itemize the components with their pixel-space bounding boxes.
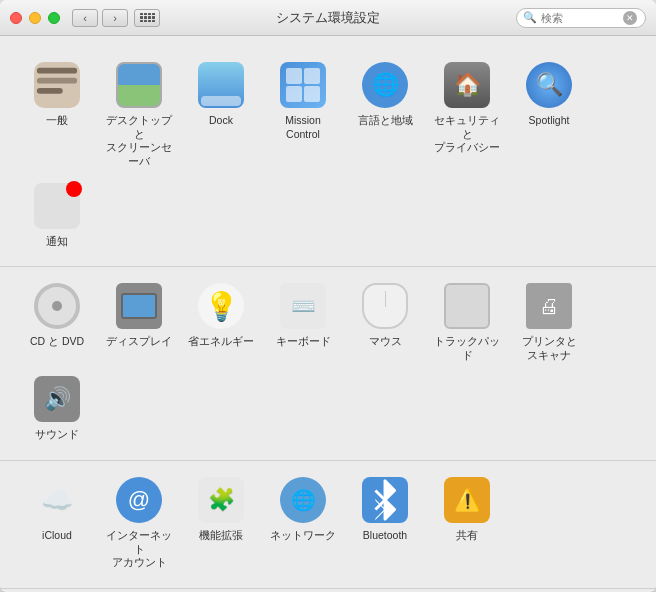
dock-bar — [201, 96, 241, 106]
mouse-line — [385, 291, 386, 307]
cd-icon — [34, 283, 80, 329]
general-label: 一般 — [46, 114, 68, 128]
security-icon-wrap: 🏠 — [442, 60, 492, 110]
pref-trackpad[interactable]: トラックパッド — [426, 275, 508, 368]
printer-icon: 🖨 — [526, 283, 572, 329]
pref-desktop[interactable]: デスクトップとスクリーンセーバ — [98, 54, 180, 175]
general-icon — [34, 62, 80, 108]
network-label: ネットワーク — [270, 529, 336, 543]
extensions-label: 機能拡張 — [199, 529, 243, 543]
display-icon — [116, 283, 162, 329]
sound-icon-wrap: 🔊 — [32, 374, 82, 424]
pref-sound[interactable]: 🔊 サウンド — [16, 368, 98, 448]
extensions-icon-wrap: 🧩 — [196, 475, 246, 525]
dock-icon — [198, 62, 244, 108]
section-personal: 一般 デスクトップとスクリーンセーバ Dock — [0, 46, 656, 267]
pref-mission[interactable]: MissionControl — [262, 54, 344, 175]
pref-dock[interactable]: Dock — [180, 54, 262, 175]
desktop-icon — [116, 62, 162, 108]
section-internet: ☁️ iCloud @ インターネットアカウント 🧩 機能拡張 — [0, 461, 656, 589]
pref-notify[interactable]: 通知 — [16, 175, 98, 255]
sharing-icon: ⚠️ — [444, 477, 490, 523]
maximize-button[interactable] — [48, 12, 60, 24]
pref-keyboard[interactable]: ⌨️ キーボード — [262, 275, 344, 368]
close-button[interactable] — [10, 12, 22, 24]
window-title: システム環境設定 — [276, 9, 380, 27]
internet-items-row: ☁️ iCloud @ インターネットアカウント 🧩 機能拡張 — [16, 469, 640, 576]
icloud-label: iCloud — [42, 529, 72, 543]
back-button[interactable]: ‹ — [72, 9, 98, 27]
display-icon-wrap — [114, 281, 164, 331]
mission-icon — [280, 62, 326, 108]
desktop-label: デスクトップとスクリーンセーバ — [102, 114, 176, 169]
search-clear-button[interactable]: ✕ — [623, 11, 637, 25]
search-input[interactable] — [541, 12, 621, 24]
titlebar: ‹ › システム環境設定 🔍 ✕ — [0, 0, 656, 36]
trackpad-label: トラックパッド — [430, 335, 504, 362]
pref-spotlight[interactable]: 🔍 Spotlight — [508, 54, 590, 175]
notify-icon-wrap — [32, 181, 82, 231]
pref-printer[interactable]: 🖨 プリンタとスキャナ — [508, 275, 590, 368]
pref-internet[interactable]: @ インターネットアカウント — [98, 469, 180, 576]
svg-rect-1 — [37, 78, 77, 84]
general-icon-wrap — [32, 60, 82, 110]
grid-view-button[interactable] — [134, 9, 160, 27]
icloud-icon: ☁️ — [34, 477, 80, 523]
forward-button[interactable]: › — [102, 9, 128, 27]
icloud-icon-wrap: ☁️ — [32, 475, 82, 525]
pref-network[interactable]: 🌐 ネットワーク — [262, 469, 344, 576]
security-icon: 🏠 — [444, 62, 490, 108]
personal-items-row: 一般 デスクトップとスクリーンセーバ Dock — [16, 54, 640, 254]
nav-buttons: ‹ › — [72, 9, 128, 27]
energy-label: 省エネルギー — [188, 335, 254, 349]
energy-icon-wrap: 💡 — [196, 281, 246, 331]
pref-icloud[interactable]: ☁️ iCloud — [16, 469, 98, 576]
pref-language[interactable]: 🌐 言語と地域 — [344, 54, 426, 175]
internet-icon-wrap: @ — [114, 475, 164, 525]
traffic-lights — [10, 12, 60, 24]
internet-label: インターネットアカウント — [102, 529, 176, 570]
mission-icon-wrap — [278, 60, 328, 110]
search-box[interactable]: 🔍 ✕ — [516, 8, 646, 28]
trackpad-icon — [444, 283, 490, 329]
bluetooth-icon — [362, 477, 408, 523]
dock-label: Dock — [209, 114, 233, 128]
printer-icon-wrap: 🖨 — [524, 281, 574, 331]
language-icon-wrap: 🌐 — [360, 60, 410, 110]
pref-energy[interactable]: 💡 省エネルギー — [180, 275, 262, 368]
dock-icon-wrap — [196, 60, 246, 110]
energy-icon: 💡 — [198, 283, 244, 329]
mouse-label: マウス — [369, 335, 402, 349]
pref-sharing[interactable]: ⚠️ 共有 — [426, 469, 508, 576]
pref-bluetooth[interactable]: Bluetooth — [344, 469, 426, 576]
sharing-label: 共有 — [456, 529, 478, 543]
bluetooth-label: Bluetooth — [363, 529, 407, 543]
system-preferences-window: ‹ › システム環境設定 🔍 ✕ — [0, 0, 656, 592]
pref-mouse[interactable]: マウス — [344, 275, 426, 368]
extensions-icon: 🧩 — [198, 477, 244, 523]
cd-label: CD と DVD — [30, 335, 84, 349]
spotlight-icon: 🔍 — [526, 62, 572, 108]
desktop-icon-wrap — [114, 60, 164, 110]
cd-icon-wrap — [32, 281, 82, 331]
notify-icon — [34, 183, 80, 229]
pref-cddvd[interactable]: CD と DVD — [16, 275, 98, 368]
spotlight-icon-wrap: 🔍 — [524, 60, 574, 110]
pref-general[interactable]: 一般 — [16, 54, 98, 175]
keyboard-label: キーボード — [276, 335, 331, 349]
pref-security[interactable]: 🏠 セキュリティとプライバシー — [426, 54, 508, 175]
pref-display[interactable]: ディスプレイ — [98, 275, 180, 368]
pref-extensions[interactable]: 🧩 機能拡張 — [180, 469, 262, 576]
internet-icon: @ — [116, 477, 162, 523]
svg-rect-2 — [37, 88, 63, 94]
mouse-icon-wrap — [360, 281, 410, 331]
bluetooth-icon-wrap — [360, 475, 410, 525]
security-label: セキュリティとプライバシー — [430, 114, 504, 155]
language-icon: 🌐 — [362, 62, 408, 108]
display-screen — [121, 293, 157, 319]
spotlight-label: Spotlight — [529, 114, 570, 128]
keyboard-icon: ⌨️ — [280, 283, 326, 329]
minimize-button[interactable] — [29, 12, 41, 24]
mission-label: MissionControl — [285, 114, 321, 141]
trackpad-icon-wrap — [442, 281, 492, 331]
